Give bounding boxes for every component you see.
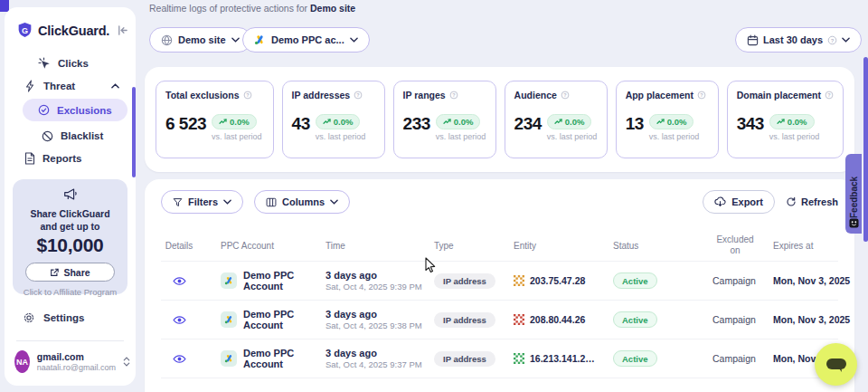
- gear-icon: [23, 311, 35, 324]
- table-row[interactable]: Demo PPC Account 3 days agoSat, Oct 4, 2…: [161, 261, 838, 300]
- svg-text:?: ?: [246, 92, 249, 98]
- sidebar-item-clicks[interactable]: Clicks: [38, 53, 127, 73]
- filters-button[interactable]: Filters: [161, 190, 243, 214]
- account-switcher[interactable]: NA gmail.com naatali.ro@gmail.com: [14, 350, 130, 373]
- stat-delta: 0.0%: [230, 117, 250, 127]
- page-subtitle-site: Demo site: [310, 3, 355, 14]
- page-subtitle: Realtime logs of protective actions for …: [149, 3, 355, 14]
- svg-text:?: ?: [357, 92, 360, 98]
- type-badge: IP address: [434, 273, 495, 289]
- sidebar-item-reports[interactable]: Reports: [24, 148, 127, 168]
- stat-title: Total exclusions: [165, 90, 240, 100]
- sidebar-item-blacklist[interactable]: Blacklist: [42, 126, 127, 146]
- stats-panel: Total exclusions ? 6 523 0.0% vs. last p…: [145, 67, 854, 172]
- col-header-status[interactable]: Status: [613, 241, 712, 251]
- sidebar-item-threat[interactable]: Threat: [24, 76, 119, 96]
- chevron-updown-icon: [123, 357, 130, 367]
- chevron-down-icon: [842, 37, 850, 43]
- chat-launcher-button[interactable]: [815, 343, 857, 386]
- table-row-partial[interactable]: 3 days ago: [161, 378, 838, 392]
- sidebar-item-exclusions[interactable]: Exclusions: [23, 99, 127, 121]
- table-row[interactable]: Demo PPC Account 3 days agoSat, Oct 4, 2…: [161, 300, 838, 339]
- col-header-ppc-account[interactable]: PPC Account: [221, 241, 326, 251]
- view-details-eye-icon[interactable]: [173, 315, 186, 325]
- stat-title: Domain placement: [737, 90, 821, 100]
- stat-caption: vs. last period: [316, 132, 366, 141]
- col-header-type[interactable]: Type: [434, 241, 514, 251]
- calendar-icon: [747, 34, 759, 46]
- affiliate-promo-card[interactable]: Share ClickGuard and get up to $10,000 S…: [13, 179, 127, 294]
- sidebar-item-settings[interactable]: Settings: [23, 311, 84, 324]
- promo-amount: $10,000: [13, 234, 127, 256]
- stat-title: IP addresses: [292, 90, 351, 100]
- affiliate-link[interactable]: Click to Affiliate Program: [13, 287, 127, 297]
- chevron-down-icon: [330, 199, 338, 205]
- expires-at-value: Mon, Nov 3, 2025: [773, 314, 850, 325]
- google-ads-icon: [254, 34, 266, 45]
- svg-text:G: G: [22, 26, 28, 35]
- page-scrollbar[interactable]: [863, 57, 868, 242]
- columns-button[interactable]: Columns: [254, 190, 350, 214]
- help-circle-icon[interactable]: ?: [697, 91, 706, 100]
- ppc-account-name: Demo PPC Account: [243, 270, 326, 292]
- stat-card-total-exclusions: Total exclusions ? 6 523 0.0% vs. last p…: [156, 81, 274, 158]
- col-header-time[interactable]: Time: [326, 241, 434, 251]
- sidebar-scrollbar[interactable]: [132, 87, 136, 177]
- stat-value: 233: [403, 115, 430, 132]
- feedback-tab[interactable]: Feedback: [845, 154, 862, 234]
- stat-caption: vs. last period: [212, 132, 262, 141]
- mouse-cursor: [425, 257, 437, 274]
- external-link-icon: [50, 268, 59, 277]
- avatar: NA: [14, 350, 30, 373]
- view-details-eye-icon[interactable]: [173, 276, 186, 286]
- sidebar-item-label: Reports: [42, 153, 81, 164]
- sidebar-item-label: Threat: [43, 81, 75, 91]
- svg-text:?: ?: [563, 92, 566, 98]
- megaphone-icon: [62, 187, 79, 201]
- site-filter-value: Demo site: [178, 34, 226, 45]
- account-filter-dropdown[interactable]: Demo PPC ac...: [242, 27, 370, 53]
- col-header-excluded-on[interactable]: Excluded on: [712, 234, 763, 257]
- site-filter-dropdown[interactable]: Demo site: [149, 27, 251, 53]
- stat-value: 6 523: [165, 115, 206, 132]
- sidebar-divider: [16, 340, 124, 341]
- view-details-eye-icon[interactable]: [173, 354, 186, 364]
- user-email: naatali.ro@gmail.com: [37, 363, 116, 372]
- col-header-entity[interactable]: Entity: [514, 241, 613, 251]
- help-circle-icon[interactable]: ?: [354, 91, 363, 100]
- help-circle-icon[interactable]: ?: [561, 91, 570, 100]
- expires-at-value: Mon, Nov 3, 2025: [773, 275, 850, 286]
- trend-up-icon: [777, 119, 785, 125]
- trend-up-icon: [219, 119, 227, 125]
- stat-card-ip-addresses: IP addresses ? 43 0.0% vs. last period: [282, 81, 385, 158]
- help-circle-icon[interactable]: ?: [243, 91, 252, 100]
- svg-text:?: ?: [831, 37, 835, 43]
- filters-label: Filters: [188, 196, 218, 207]
- blocked-icon: [42, 130, 53, 142]
- stat-caption: vs. last period: [436, 132, 486, 141]
- time-relative: 3 days ago: [326, 270, 377, 281]
- date-range-dropdown[interactable]: Last 30 days ?: [735, 27, 862, 53]
- export-button[interactable]: Export: [703, 190, 775, 214]
- entity-identicon: [514, 314, 524, 325]
- stat-delta: 0.0%: [565, 117, 585, 127]
- table-row[interactable]: Demo PPC Account 3 days agoSat, Oct 4, 2…: [161, 339, 838, 378]
- stat-card-ip-ranges: IP ranges ? 233 0.0% vs. last period: [393, 81, 496, 158]
- trend-up-icon: [443, 119, 451, 125]
- share-button[interactable]: Share: [25, 263, 115, 282]
- col-header-expires-at[interactable]: Expires at: [773, 241, 838, 251]
- refresh-label: Refresh: [801, 196, 838, 207]
- svg-text:?: ?: [452, 92, 455, 98]
- logs-table-panel: Filters Columns Export Refresh Details P…: [145, 179, 854, 392]
- help-circle-icon[interactable]: ?: [825, 91, 834, 100]
- brand-name: ClickGuard.: [38, 24, 109, 38]
- type-badge: IP address: [434, 351, 495, 367]
- sidebar-collapse-icon[interactable]: [117, 24, 128, 36]
- sidebar: G ClickGuard. Clicks Threat Exclusions B…: [5, 7, 136, 386]
- col-header-details[interactable]: Details: [161, 241, 221, 251]
- help-circle-icon[interactable]: ?: [449, 91, 458, 100]
- document-icon: [24, 152, 35, 165]
- excluded-on-value: Campaign: [712, 353, 756, 364]
- stat-title: IP ranges: [403, 90, 446, 100]
- refresh-button[interactable]: Refresh: [786, 196, 838, 207]
